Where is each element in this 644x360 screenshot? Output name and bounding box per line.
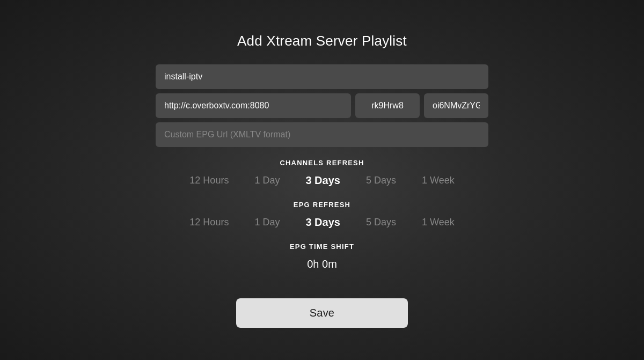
channels-refresh-label: CHANNELS REFRESH (280, 159, 364, 167)
epg-refresh-options: 12 Hours 1 Day 3 Days 5 Days 1 Week (185, 214, 458, 231)
channels-12h[interactable]: 12 Hours (185, 173, 233, 188)
epg-1day[interactable]: 1 Day (250, 215, 284, 230)
save-button[interactable]: Save (236, 298, 408, 328)
epg-time-shift-value[interactable]: 0h 0m (307, 258, 337, 270)
epg-refresh-label: EPG REFRESH (294, 201, 350, 209)
password-input[interactable] (424, 93, 488, 118)
username-input[interactable] (355, 93, 420, 118)
dialog-title: Add Xtream Server Playlist (237, 33, 407, 49)
epg-url-input[interactable] (156, 122, 488, 147)
server-row (156, 93, 488, 118)
channels-1week[interactable]: 1 Week (418, 173, 459, 188)
channels-1day[interactable]: 1 Day (250, 173, 284, 188)
channels-refresh-options: 12 Hours 1 Day 3 Days 5 Days 1 Week (185, 172, 458, 189)
epg-12h[interactable]: 12 Hours (185, 215, 233, 230)
epg-5days[interactable]: 5 Days (362, 215, 400, 230)
server-url-input[interactable] (156, 93, 351, 118)
channels-5days[interactable]: 5 Days (362, 173, 400, 188)
epg-time-shift-label: EPG TIME SHIFT (290, 243, 354, 251)
add-playlist-dialog: Add Xtream Server Playlist CHANNELS REFR… (156, 33, 488, 328)
epg-1week[interactable]: 1 Week (418, 215, 459, 230)
playlist-name-input[interactable] (156, 64, 488, 89)
channels-3days[interactable]: 3 Days (301, 172, 345, 189)
form-section (156, 64, 488, 147)
epg-3days[interactable]: 3 Days (301, 214, 345, 231)
